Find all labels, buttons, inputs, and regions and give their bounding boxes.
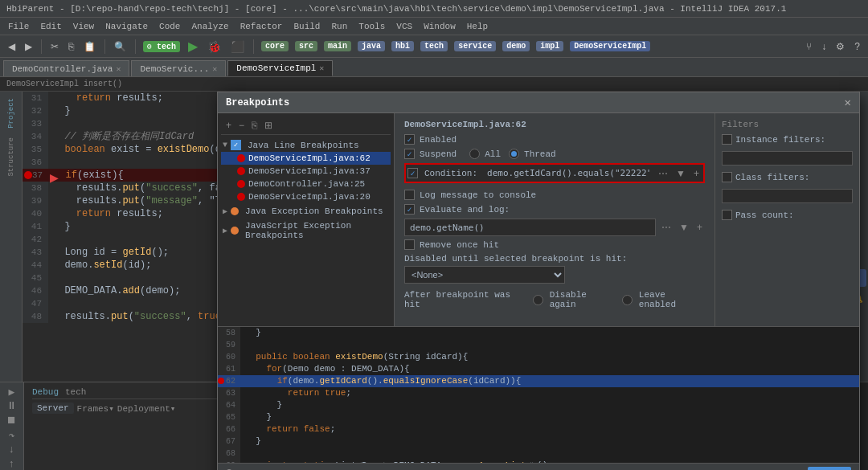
bp-eval-dropdown-btn[interactable]: ▼ xyxy=(677,221,691,234)
bp-log-checkbox[interactable] xyxy=(404,190,415,200)
bp-suspend-thread-radio[interactable] xyxy=(509,149,519,159)
bp-tree-panel: + − ⎘ ⊞ ▼ ✓ Java Line Breakpoints DemoSe… xyxy=(218,113,395,326)
debug-server-label[interactable]: Server xyxy=(32,403,74,414)
bp-eval-input[interactable] xyxy=(404,219,656,236)
debug-step-over-btn[interactable]: ↷ xyxy=(3,429,21,442)
bp-group-js-exception-header[interactable]: ▶ JavaScript Exception Breakpoints xyxy=(221,219,391,242)
bp-disabled-select[interactable]: <None> xyxy=(404,266,565,284)
bp-copy-btn[interactable]: ⎘ xyxy=(249,119,260,132)
pass-count-checkbox[interactable] xyxy=(722,210,732,220)
menu-vcs[interactable]: VCS xyxy=(391,20,417,33)
bp-remove-btn[interactable]: − xyxy=(236,119,247,132)
toolbar-update[interactable]: ↓ xyxy=(818,39,829,54)
instance-filter-label: Instance filters: xyxy=(735,135,825,145)
toolbar-copy[interactable]: ⎘ xyxy=(65,39,77,54)
bp-condition-checkbox[interactable] xyxy=(407,168,418,178)
bp-condition-add-btn[interactable]: + xyxy=(691,167,702,180)
toolbar-settings[interactable]: ⚙ xyxy=(833,39,848,54)
menu-code[interactable]: Code xyxy=(154,20,185,33)
tab-demoserviceimpl-label: DemoServiceImpl xyxy=(236,63,316,73)
toolbar-back[interactable]: ◀ xyxy=(5,39,18,54)
debug-pause-btn[interactable]: ⏸ xyxy=(3,400,21,413)
bp-remove-checkbox[interactable] xyxy=(404,239,415,250)
menu-analyze[interactable]: Analyze xyxy=(186,20,233,33)
menu-build[interactable]: Build xyxy=(289,20,325,33)
menu-run[interactable]: Run xyxy=(326,20,352,33)
tab-demoservice-close[interactable]: ✕ xyxy=(212,64,217,74)
bp-suspend-label: Suspend xyxy=(420,149,457,159)
bp-done-button[interactable]: Done xyxy=(808,467,851,470)
bp-group-check[interactable]: ✓ xyxy=(231,140,241,150)
tab-demoserviceimpl-close[interactable]: ✕ xyxy=(319,63,324,73)
menu-navigate[interactable]: Navigate xyxy=(100,20,153,33)
menu-refactor[interactable]: Refactor xyxy=(235,20,288,33)
menu-tools[interactable]: Tools xyxy=(354,20,390,33)
toolbar-search[interactable]: 🔍 xyxy=(111,39,129,54)
debug-step-into-btn[interactable]: ↓ xyxy=(3,443,21,456)
debug-deployment-tab[interactable]: Deployment▾ xyxy=(117,403,176,414)
bp-add-btn[interactable]: + xyxy=(223,119,234,132)
bp-enabled-checkbox[interactable] xyxy=(404,134,415,145)
toolbar-forward[interactable]: ▶ xyxy=(22,39,35,54)
tab-democontroller-close[interactable]: ✕ xyxy=(116,64,121,74)
sidebar-project-icon[interactable]: Project xyxy=(6,95,17,132)
bp-expand-btn[interactable]: ⊞ xyxy=(262,119,275,132)
menu-bar: File Edit View Navigate Code Analyze Ref… xyxy=(0,18,868,35)
debug-tab-debug[interactable]: Debug xyxy=(32,387,59,397)
menu-file[interactable]: File xyxy=(3,20,34,33)
tab-democontroller[interactable]: DemoController.java ✕ xyxy=(3,60,129,76)
bp-dot-inline-62 xyxy=(218,378,224,384)
bp-code-line-68: 68 xyxy=(218,448,859,460)
bp-group-java-line-header[interactable]: ▼ ✓ Java Line Breakpoints xyxy=(221,138,391,152)
toolbar-cut[interactable]: ✂ xyxy=(47,39,62,54)
toolbar-paste[interactable]: 📋 xyxy=(80,39,99,54)
debug-frames-tab[interactable]: Frames▾ xyxy=(77,403,114,414)
class-filter-checkbox[interactable] xyxy=(722,172,732,182)
bp-eval-more-btn[interactable]: ⋯ xyxy=(659,221,674,234)
toolbar-stop[interactable]: ⬛ xyxy=(227,39,248,55)
bp-close-button[interactable]: ✕ xyxy=(845,96,851,109)
debug-stop-btn[interactable]: ⏹ xyxy=(3,415,21,427)
bp-detail-title: DemoServiceImpl.java:62 xyxy=(404,120,705,129)
bp-code-line-62: 62 if(demo.getIdCard().equalsIgnoreCase(… xyxy=(218,375,859,387)
bp-item-demosvcimpl-62[interactable]: DemoServiceImpl.java:62 xyxy=(221,152,391,165)
bp-condition-more-btn[interactable]: ⋯ xyxy=(656,167,670,180)
class-filter-input[interactable] xyxy=(722,189,853,203)
bp-leave-enabled-radio[interactable] xyxy=(622,295,633,305)
bp-suspend-all-radio[interactable] xyxy=(469,149,480,159)
menu-edit[interactable]: Edit xyxy=(35,20,66,33)
menu-view[interactable]: View xyxy=(68,20,99,33)
bp-group-java-exception-header[interactable]: ▶ Java Exception Breakpoints xyxy=(221,205,391,218)
bp-dot-25 xyxy=(237,180,245,188)
sidebar-structure-icon[interactable]: Structure xyxy=(6,134,17,180)
toolbar-debug[interactable]: 🐞 xyxy=(204,39,224,55)
badge-java: java xyxy=(358,41,385,51)
bp-eval-checkbox[interactable] xyxy=(404,204,415,215)
bp-after-hit-label: After breakpoint was hit xyxy=(404,290,526,309)
menu-help[interactable]: Help xyxy=(462,20,493,33)
bp-disable-again-radio[interactable] xyxy=(533,295,543,305)
instance-filter-checkbox[interactable] xyxy=(722,134,732,145)
toolbar-help[interactable]: ? xyxy=(851,39,863,54)
instance-filter-input[interactable] xyxy=(722,151,853,166)
bp-tree-toolbar: + − ⎘ ⊞ xyxy=(221,116,391,135)
debug-step-out-btn[interactable]: ↑ xyxy=(3,457,21,470)
menu-window[interactable]: Window xyxy=(419,20,461,33)
toolbar-run[interactable]: ▶ xyxy=(185,37,201,55)
badge-core: core xyxy=(261,41,289,51)
badge-tech2: tech xyxy=(420,41,448,51)
bp-eval-add-btn[interactable]: + xyxy=(694,221,705,234)
bp-condition-dropdown-btn[interactable]: ▼ xyxy=(674,167,688,180)
bp-condition-input[interactable] xyxy=(484,166,653,180)
bp-item-democontroller-25[interactable]: DemoController.java:25 xyxy=(221,178,391,190)
tab-demoservice[interactable]: DemoServic... ✕ xyxy=(131,60,226,76)
bp-suspend-checkbox[interactable] xyxy=(404,149,415,159)
project-label: Project xyxy=(7,98,15,129)
debug-tab-tech[interactable]: tech xyxy=(65,387,86,397)
tab-demoserviceimpl[interactable]: DemoServiceImpl ✕ xyxy=(227,60,333,76)
toolbar-vcs[interactable]: ⑂ xyxy=(803,39,815,54)
debug-resume-btn[interactable]: ▶ xyxy=(3,386,21,398)
bp-item-demosvcimpl-20[interactable]: DemoServiceImpl.java:20 xyxy=(221,190,391,203)
expand-icon-3: ▶ xyxy=(223,226,227,235)
bp-item-demosvcimpl-37[interactable]: DemoServiceImpl.java:37 xyxy=(221,165,391,178)
